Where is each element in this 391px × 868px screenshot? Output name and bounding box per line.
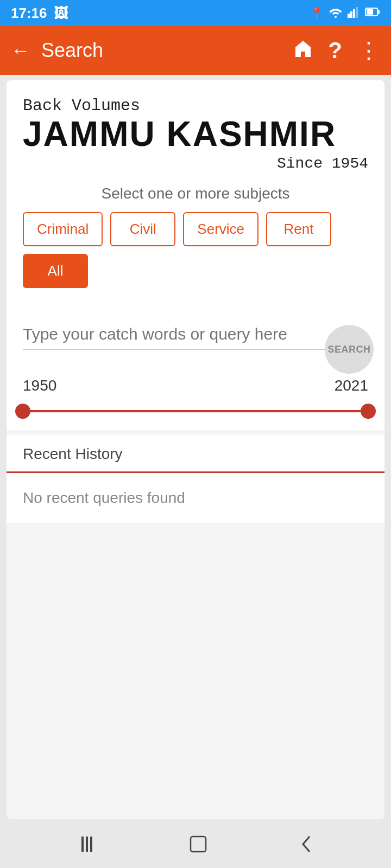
- recent-history-header: Recent History: [7, 435, 384, 473]
- nav-back-button[interactable]: [298, 833, 314, 860]
- range-thumb-right[interactable]: [361, 404, 376, 419]
- search-button[interactable]: SEARCH: [325, 325, 374, 374]
- select-subjects-label: Select one or more subjects: [23, 185, 368, 202]
- range-thumb-left[interactable]: [15, 404, 30, 419]
- subject-btn-civil[interactable]: Civil: [110, 212, 175, 246]
- svg-rect-8: [81, 837, 84, 852]
- status-right: 📍: [310, 5, 380, 21]
- status-left: 17:16 🖼: [11, 5, 68, 22]
- more-menu-icon[interactable]: ⋮: [357, 39, 380, 62]
- subject-btn-rent[interactable]: Rent: [266, 212, 331, 246]
- start-year-label: 1950: [23, 377, 56, 394]
- since-text: Since 1954: [23, 155, 368, 172]
- home-icon[interactable]: [293, 39, 313, 62]
- svg-rect-6: [367, 9, 373, 15]
- app-bar: ← Search ? ⋮: [0, 26, 391, 75]
- range-track: [23, 410, 368, 412]
- nav-home-icon: [187, 837, 209, 859]
- svg-rect-7: [377, 10, 380, 14]
- subject-btn-service[interactable]: Service: [183, 212, 258, 246]
- nav-menu-icon: [77, 836, 99, 858]
- nav-home-button[interactable]: [187, 833, 209, 860]
- svg-rect-2: [350, 11, 352, 18]
- svg-point-0: [335, 16, 337, 18]
- back-button[interactable]: ←: [11, 39, 30, 62]
- end-year-label: 2021: [335, 377, 368, 394]
- nav-menu-button[interactable]: [77, 834, 99, 859]
- year-range-section: 1950 2021: [7, 361, 384, 430]
- main-title: JAMMU KASHMIR: [23, 115, 368, 153]
- recent-history-section: Recent History No recent queries found: [7, 435, 384, 523]
- search-input[interactable]: [23, 325, 325, 350]
- no-recent-message: No recent queries found: [7, 473, 384, 523]
- range-slider[interactable]: [23, 403, 368, 419]
- svg-rect-3: [353, 9, 355, 18]
- wifi-icon: [328, 5, 343, 21]
- svg-rect-10: [90, 837, 92, 852]
- header-card: Back Volumes JAMMU KASHMIR Since 1954 Se…: [7, 80, 384, 314]
- svg-rect-11: [191, 837, 206, 852]
- app-bar-icons: ? ⋮: [293, 37, 380, 63]
- year-labels: 1950 2021: [23, 377, 368, 394]
- app-bar-title: Search: [41, 39, 282, 62]
- search-area: SEARCH: [7, 314, 384, 361]
- status-bar: 17:16 🖼 📍: [0, 0, 391, 26]
- time-display: 17:16: [11, 5, 47, 22]
- back-volumes-label: Back Volumes: [23, 97, 368, 115]
- help-icon[interactable]: ?: [328, 37, 342, 63]
- svg-rect-4: [356, 7, 358, 18]
- signal-icon: [348, 6, 361, 21]
- svg-rect-1: [348, 14, 350, 18]
- bottom-nav: [0, 825, 391, 868]
- subject-btn-criminal[interactable]: Criminal: [23, 212, 103, 246]
- subject-buttons-group: Criminal Civil Service Rent All: [23, 212, 368, 288]
- nav-back-icon: [298, 837, 314, 859]
- battery-icon: [365, 7, 380, 20]
- main-content: Back Volumes JAMMU KASHMIR Since 1954 Se…: [7, 80, 384, 819]
- svg-rect-9: [86, 837, 88, 852]
- location-icon: 📍: [310, 7, 324, 20]
- subject-btn-all[interactable]: All: [23, 254, 88, 288]
- photo-icon: 🖼: [54, 5, 68, 22]
